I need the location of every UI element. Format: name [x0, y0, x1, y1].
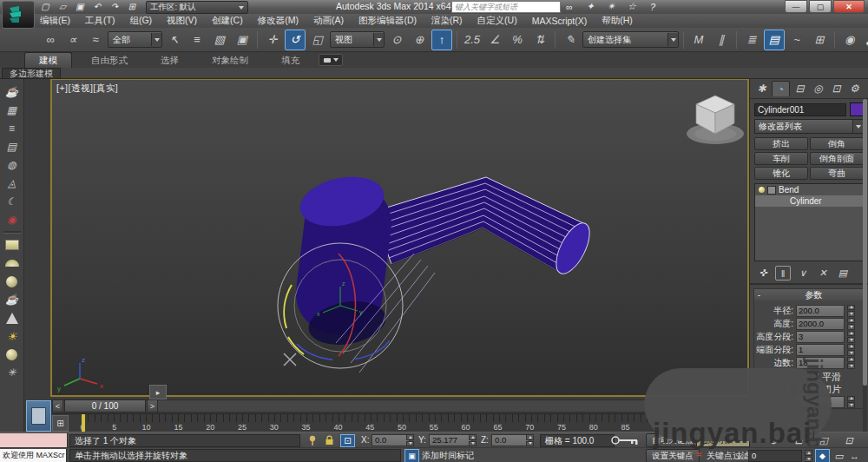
snaps-toggle-icon[interactable]: 2.5	[462, 30, 483, 50]
zoom-extents-icon[interactable]: ◱	[814, 434, 833, 446]
render-setup-icon[interactable]: ☕	[862, 30, 868, 50]
tab-utilities-icon[interactable]: ⚙	[846, 81, 863, 96]
modifier-button[interactable]: 倒角剖面	[810, 152, 864, 165]
spinner-snap-icon[interactable]: ⇅	[529, 30, 550, 50]
teapot-primitive-icon[interactable]: ☕	[4, 293, 20, 307]
open-file-icon[interactable]: ▱	[56, 1, 69, 12]
collapse-icon[interactable]: -	[754, 290, 764, 300]
panel-scrollbar[interactable]	[863, 99, 867, 451]
modifier-button[interactable]: 弯曲	[810, 167, 864, 180]
dome-primitive-icon[interactable]	[4, 256, 20, 270]
show-end-result-icon[interactable]: ‖	[775, 266, 791, 280]
time-slider-thumb[interactable]: 0 / 100	[64, 399, 146, 412]
parameter-value-field[interactable]: 2000.0	[796, 318, 845, 330]
ribbon-config-button[interactable]	[319, 54, 343, 66]
previous-frame-button[interactable]: <	[52, 399, 63, 412]
favorites-star-icon[interactable]: ☆	[625, 1, 639, 12]
mini-curve-editor-button[interactable]: ⊞	[52, 415, 69, 432]
camera-record-icon[interactable]: ◉	[4, 213, 20, 227]
parameter-value-field[interactable]: 18	[796, 357, 845, 369]
schematic-view-icon[interactable]: ⊞	[809, 30, 830, 50]
auto-key-button[interactable]: 自动关键点	[646, 433, 700, 447]
ribbon-tab[interactable]: 建模	[24, 52, 72, 68]
maxscript-mini-listener-macro[interactable]	[0, 433, 68, 447]
remove-modifier-icon[interactable]: ✕	[815, 266, 831, 280]
spinner-control[interactable]	[406, 434, 414, 446]
window-crossing-icon[interactable]: ▣	[232, 30, 253, 50]
moon-icon[interactable]: ☾	[4, 195, 20, 208]
keyboard-shortcut-override-icon[interactable]: ↑	[431, 30, 452, 50]
light-bulb-icon[interactable]	[759, 187, 765, 193]
parameter-value-field[interactable]: 1	[796, 344, 845, 356]
camera-speaker-icon[interactable]: ◬	[4, 176, 20, 190]
scrollbar-thumb[interactable]	[863, 99, 867, 386]
layer-manager-icon[interactable]: ≣	[741, 30, 762, 50]
set-key-button[interactable]: 设置关键点	[646, 449, 700, 462]
maxscript-mini-listener[interactable]: 欢迎使用 MAXScr	[0, 449, 67, 462]
bind-to-space-warp-icon[interactable]: ≈	[85, 30, 106, 50]
zoom-extents-all-icon[interactable]: ⊡	[839, 434, 858, 446]
infocenter-search-icon[interactable]: ∞	[562, 1, 576, 12]
absolute-offset-toggle-icon[interactable]: ⊡	[340, 434, 355, 447]
3ds-max-logo-button[interactable]	[2, 1, 35, 29]
menu-item[interactable]: 创建(C)	[212, 15, 243, 27]
project-folder-icon[interactable]: ⊞	[125, 1, 139, 12]
parameter-value-field[interactable]: 200.0	[796, 305, 845, 317]
enable-slice-checkbox[interactable]	[789, 384, 799, 394]
material-editor-icon[interactable]: ◉	[839, 30, 860, 50]
select-and-rotate-icon[interactable]: ↺	[285, 30, 306, 50]
sphere-primitive-icon[interactable]	[4, 274, 20, 288]
menu-item[interactable]: 组(G)	[129, 15, 152, 27]
object-color-swatch[interactable]	[850, 102, 864, 116]
smooth-checkbox[interactable]: ✓	[808, 372, 819, 382]
perspective-viewport[interactable]: z x y x y z [+][透视][真实] ▸	[50, 78, 749, 397]
close-button[interactable]: ✕	[833, 0, 865, 13]
mirror-icon[interactable]: M	[688, 30, 709, 50]
ribbon-tab[interactable]: 对象绘制	[198, 53, 262, 68]
ribbon-tab[interactable]: 选择	[147, 53, 193, 68]
spinner-control[interactable]	[847, 357, 855, 369]
angle-snap-icon[interactable]: ∠	[484, 30, 505, 50]
box-primitive-icon[interactable]	[4, 238, 20, 252]
object-name-field[interactable]: Cylinder001	[754, 103, 846, 116]
time-tag-icon[interactable]: ▣	[404, 449, 419, 462]
redo-icon[interactable]: ↷	[108, 1, 122, 12]
menu-item[interactable]: 编辑(E)	[40, 15, 70, 27]
align-icon[interactable]: ∥	[711, 30, 732, 50]
menu-item[interactable]: 帮助(H)	[602, 15, 633, 27]
sun-light-icon[interactable]: ☀	[4, 329, 20, 343]
y-coordinate-field[interactable]: 25.177	[429, 434, 472, 446]
named-selection-sets-dropdown[interactable]: 创建选择集	[582, 31, 679, 48]
add-time-tag-label[interactable]: 添加时间标记	[422, 450, 474, 462]
select-and-scale-icon[interactable]: ◱	[307, 30, 328, 50]
tab-motion-icon[interactable]: ◎	[810, 81, 826, 96]
spinner-control[interactable]	[847, 344, 855, 356]
zoom-all-icon[interactable]: ⊞	[789, 434, 808, 446]
curve-editor-icon[interactable]: ~	[786, 30, 807, 50]
track-bar-frame-marker[interactable]	[82, 414, 85, 432]
edit-named-selection-sets-icon[interactable]: ✎	[560, 30, 581, 50]
menu-item[interactable]: 动画(A)	[313, 15, 344, 27]
set-keys-key-icon[interactable]	[609, 434, 641, 446]
minimize-button[interactable]: —	[785, 0, 807, 13]
menu-item[interactable]: 图形编辑器(D)	[358, 15, 417, 27]
spinner-control[interactable]	[526, 434, 534, 446]
modifier-button[interactable]: 倒角	[810, 137, 864, 150]
orbit-icon[interactable]: ↻	[864, 450, 868, 462]
polygon-modeling-panel-label[interactable]: 多边形建模	[2, 68, 61, 79]
cone-primitive-icon[interactable]	[4, 311, 20, 325]
tab-hierarchy-icon[interactable]: ⊟	[792, 81, 808, 96]
maximize-button[interactable]: ▢	[809, 0, 832, 13]
tab-display-icon[interactable]: ⊡	[828, 81, 845, 96]
modifier-button[interactable]: 车削	[754, 152, 808, 165]
isolate-selection-icon[interactable]	[306, 434, 319, 446]
make-unique-icon[interactable]: ∨	[795, 266, 811, 280]
use-pivot-point-center-icon[interactable]: ⊙	[386, 30, 407, 50]
array-pattern-icon[interactable]: ✳	[4, 366, 20, 380]
menu-item[interactable]: 自定义(U)	[477, 15, 517, 27]
sphere2-primitive-icon[interactable]	[4, 347, 20, 361]
z-coordinate-field[interactable]: 0.0	[491, 434, 529, 446]
light-bulb-icon[interactable]: ◍	[4, 158, 20, 172]
spinner-control[interactable]	[805, 450, 812, 462]
slice-from-field[interactable]: 0.0	[796, 396, 845, 408]
